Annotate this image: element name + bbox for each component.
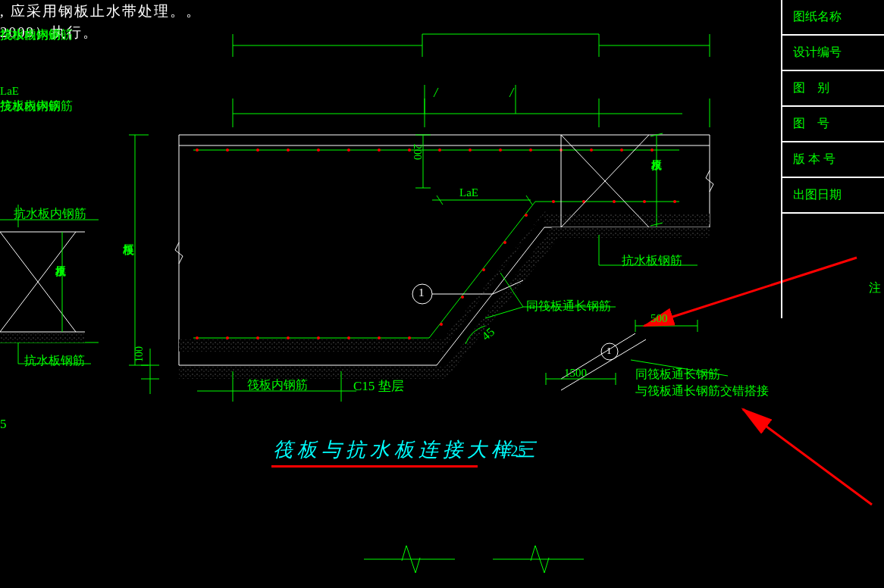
- dim-500: 500: [650, 312, 668, 325]
- svg-point-63: [482, 268, 485, 271]
- svg-point-55: [256, 336, 259, 339]
- svg-point-70: [673, 200, 676, 203]
- bottom-break-marks: [364, 546, 584, 573]
- label-c15: C15 垫层: [353, 377, 404, 395]
- svg-point-42: [347, 149, 350, 152]
- svg-point-51: [620, 149, 623, 152]
- svg-point-41: [317, 149, 320, 152]
- dim-100: 100: [133, 346, 146, 362]
- svg-point-60: [408, 336, 411, 339]
- svg-point-52: [650, 149, 654, 152]
- left-frag-dim5: 5: [0, 417, 7, 432]
- title-underline: [271, 465, 478, 468]
- label-overlap-detail: 与筏板通长钢筋交错搭接: [635, 383, 769, 399]
- drawing-scale: 1:25: [499, 443, 526, 460]
- svg-point-64: [503, 241, 506, 244]
- callout-1-main-text: 1: [418, 286, 425, 299]
- svg-rect-32: [552, 227, 710, 238]
- svg-rect-119: [0, 333, 85, 342]
- left-fragment: [0, 205, 99, 364]
- panel-note-char: 注: [869, 280, 881, 296]
- svg-rect-27: [179, 339, 444, 352]
- label-same-raft-main: 同筏板通长钢筋: [526, 299, 611, 314]
- label-raft-inner-bottom: 筏板内钢筋: [247, 377, 308, 393]
- svg-point-47: [499, 149, 502, 152]
- svg-point-43: [378, 149, 381, 152]
- svg-marker-28: [437, 200, 553, 352]
- svg-line-111: [743, 409, 872, 505]
- panel-row-name: 图纸名称: [782, 0, 884, 36]
- panel-row-sheet-no: 图 号: [782, 107, 884, 142]
- svg-point-39: [256, 149, 259, 152]
- dim-1500: 1500: [564, 367, 587, 380]
- svg-point-53: [196, 336, 199, 339]
- panel-row-date: 出图日期: [782, 178, 884, 214]
- dim-200: 200: [411, 144, 423, 160]
- svg-point-38: [226, 149, 229, 152]
- svg-point-45: [438, 149, 441, 152]
- water-slab-right-detail: [561, 133, 697, 265]
- svg-point-48: [529, 149, 532, 152]
- svg-rect-30: [179, 367, 446, 379]
- left-frag-water-rebar: 抗水板钢筋: [24, 353, 85, 369]
- svg-point-65: [525, 214, 528, 217]
- svg-point-56: [287, 336, 290, 339]
- svg-point-58: [347, 336, 350, 339]
- svg-point-54: [226, 336, 229, 339]
- svg-point-57: [317, 336, 320, 339]
- panel-row-design-no: 设计编号: [782, 36, 884, 71]
- svg-point-40: [287, 149, 290, 152]
- panel-row-category: 图 别: [782, 71, 884, 107]
- svg-point-50: [590, 149, 593, 152]
- svg-point-37: [196, 149, 199, 152]
- label-LaE-top: LaE: [0, 85, 19, 98]
- svg-point-62: [461, 296, 464, 299]
- label-same-raft-detail: 同筏板通长钢筋: [635, 367, 720, 383]
- svg-point-59: [378, 336, 381, 339]
- label-water-rebar-right: 抗水板钢筋: [622, 253, 682, 269]
- label-LaE-inside: LaE: [459, 186, 478, 199]
- svg-point-46: [469, 149, 472, 152]
- label-water-inner-2: 抗水板内钢筋: [0, 99, 73, 114]
- title-block: 图纸名称 设计编号 图 别 图 号 版 本 号 出图日期: [781, 0, 884, 318]
- svg-line-17: [509, 88, 514, 97]
- note-line-1: , 应采用钢板止水带处理。。: [0, 2, 202, 21]
- svg-line-23: [437, 227, 544, 365]
- panel-row-version: 版 本 号: [782, 142, 884, 178]
- svg-point-69: [643, 200, 646, 203]
- left-frag-water-inner: 抗水板内钢筋: [14, 206, 86, 222]
- svg-point-66: [552, 200, 555, 203]
- svg-line-16: [434, 88, 438, 97]
- svg-line-104: [561, 339, 646, 390]
- svg-point-61: [440, 323, 443, 326]
- label-water-inner-top: 抗水板内钢筋: [0, 27, 73, 43]
- svg-point-68: [613, 200, 616, 203]
- callout-1-detail-text: 1: [607, 345, 612, 357]
